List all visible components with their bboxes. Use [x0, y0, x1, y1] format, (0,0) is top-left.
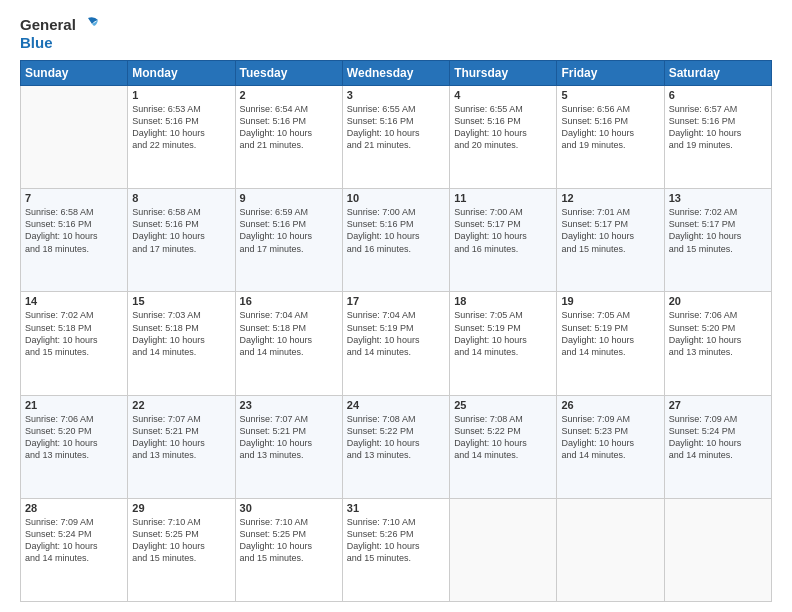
day-info: Sunrise: 7:00 AM Sunset: 5:16 PM Dayligh… — [347, 206, 445, 255]
day-info: Sunrise: 6:53 AM Sunset: 5:16 PM Dayligh… — [132, 103, 230, 152]
day-number: 31 — [347, 502, 445, 514]
day-info: Sunrise: 7:07 AM Sunset: 5:21 PM Dayligh… — [132, 413, 230, 462]
day-info: Sunrise: 7:09 AM Sunset: 5:24 PM Dayligh… — [25, 516, 123, 565]
calendar-cell: 4Sunrise: 6:55 AM Sunset: 5:16 PM Daylig… — [450, 86, 557, 189]
day-info: Sunrise: 7:08 AM Sunset: 5:22 PM Dayligh… — [454, 413, 552, 462]
day-number: 28 — [25, 502, 123, 514]
day-number: 14 — [25, 295, 123, 307]
day-info: Sunrise: 7:05 AM Sunset: 5:19 PM Dayligh… — [561, 309, 659, 358]
day-info: Sunrise: 6:55 AM Sunset: 5:16 PM Dayligh… — [347, 103, 445, 152]
weekday-header-saturday: Saturday — [664, 61, 771, 86]
day-info: Sunrise: 6:55 AM Sunset: 5:16 PM Dayligh… — [454, 103, 552, 152]
day-info: Sunrise: 7:00 AM Sunset: 5:17 PM Dayligh… — [454, 206, 552, 255]
logo-blue: Blue — [20, 34, 53, 52]
day-number: 18 — [454, 295, 552, 307]
calendar-cell: 24Sunrise: 7:08 AM Sunset: 5:22 PM Dayli… — [342, 395, 449, 498]
day-info: Sunrise: 6:57 AM Sunset: 5:16 PM Dayligh… — [669, 103, 767, 152]
day-number: 19 — [561, 295, 659, 307]
day-number: 26 — [561, 399, 659, 411]
day-info: Sunrise: 6:58 AM Sunset: 5:16 PM Dayligh… — [132, 206, 230, 255]
calendar-cell: 20Sunrise: 7:06 AM Sunset: 5:20 PM Dayli… — [664, 292, 771, 395]
calendar-cell — [557, 498, 664, 601]
calendar-week-row: 7Sunrise: 6:58 AM Sunset: 5:16 PM Daylig… — [21, 189, 772, 292]
calendar-week-row: 1Sunrise: 6:53 AM Sunset: 5:16 PM Daylig… — [21, 86, 772, 189]
logo-bird-icon — [78, 16, 100, 34]
day-info: Sunrise: 7:02 AM Sunset: 5:18 PM Dayligh… — [25, 309, 123, 358]
day-number: 21 — [25, 399, 123, 411]
day-number: 20 — [669, 295, 767, 307]
day-number: 7 — [25, 192, 123, 204]
day-info: Sunrise: 7:04 AM Sunset: 5:19 PM Dayligh… — [347, 309, 445, 358]
day-number: 6 — [669, 89, 767, 101]
calendar-cell: 1Sunrise: 6:53 AM Sunset: 5:16 PM Daylig… — [128, 86, 235, 189]
calendar-week-row: 28Sunrise: 7:09 AM Sunset: 5:24 PM Dayli… — [21, 498, 772, 601]
calendar-cell: 11Sunrise: 7:00 AM Sunset: 5:17 PM Dayli… — [450, 189, 557, 292]
day-number: 22 — [132, 399, 230, 411]
calendar-cell: 6Sunrise: 6:57 AM Sunset: 5:16 PM Daylig… — [664, 86, 771, 189]
day-number: 10 — [347, 192, 445, 204]
header: General Blue — [20, 16, 772, 52]
calendar-cell: 14Sunrise: 7:02 AM Sunset: 5:18 PM Dayli… — [21, 292, 128, 395]
day-number: 27 — [669, 399, 767, 411]
day-info: Sunrise: 6:56 AM Sunset: 5:16 PM Dayligh… — [561, 103, 659, 152]
calendar-cell: 31Sunrise: 7:10 AM Sunset: 5:26 PM Dayli… — [342, 498, 449, 601]
calendar-cell: 16Sunrise: 7:04 AM Sunset: 5:18 PM Dayli… — [235, 292, 342, 395]
weekday-header-thursday: Thursday — [450, 61, 557, 86]
weekday-header-wednesday: Wednesday — [342, 61, 449, 86]
calendar-cell: 25Sunrise: 7:08 AM Sunset: 5:22 PM Dayli… — [450, 395, 557, 498]
day-number: 8 — [132, 192, 230, 204]
calendar-cell: 29Sunrise: 7:10 AM Sunset: 5:25 PM Dayli… — [128, 498, 235, 601]
day-info: Sunrise: 7:06 AM Sunset: 5:20 PM Dayligh… — [669, 309, 767, 358]
day-number: 16 — [240, 295, 338, 307]
day-number: 3 — [347, 89, 445, 101]
calendar-cell: 26Sunrise: 7:09 AM Sunset: 5:23 PM Dayli… — [557, 395, 664, 498]
day-info: Sunrise: 7:03 AM Sunset: 5:18 PM Dayligh… — [132, 309, 230, 358]
calendar-cell: 5Sunrise: 6:56 AM Sunset: 5:16 PM Daylig… — [557, 86, 664, 189]
page: General Blue SundayMondayTuesdayWednesda… — [0, 0, 792, 612]
logo: General Blue — [20, 16, 100, 52]
calendar-cell: 18Sunrise: 7:05 AM Sunset: 5:19 PM Dayli… — [450, 292, 557, 395]
day-number: 17 — [347, 295, 445, 307]
day-info: Sunrise: 7:07 AM Sunset: 5:21 PM Dayligh… — [240, 413, 338, 462]
calendar-cell: 12Sunrise: 7:01 AM Sunset: 5:17 PM Dayli… — [557, 189, 664, 292]
day-info: Sunrise: 6:58 AM Sunset: 5:16 PM Dayligh… — [25, 206, 123, 255]
calendar-cell: 22Sunrise: 7:07 AM Sunset: 5:21 PM Dayli… — [128, 395, 235, 498]
day-number: 13 — [669, 192, 767, 204]
day-number: 15 — [132, 295, 230, 307]
calendar-cell: 21Sunrise: 7:06 AM Sunset: 5:20 PM Dayli… — [21, 395, 128, 498]
weekday-header-monday: Monday — [128, 61, 235, 86]
calendar-table: SundayMondayTuesdayWednesdayThursdayFrid… — [20, 60, 772, 602]
calendar-cell: 10Sunrise: 7:00 AM Sunset: 5:16 PM Dayli… — [342, 189, 449, 292]
weekday-header-row: SundayMondayTuesdayWednesdayThursdayFrid… — [21, 61, 772, 86]
day-number: 5 — [561, 89, 659, 101]
day-number: 2 — [240, 89, 338, 101]
calendar-cell: 8Sunrise: 6:58 AM Sunset: 5:16 PM Daylig… — [128, 189, 235, 292]
weekday-header-friday: Friday — [557, 61, 664, 86]
day-info: Sunrise: 7:10 AM Sunset: 5:25 PM Dayligh… — [240, 516, 338, 565]
day-number: 4 — [454, 89, 552, 101]
calendar-cell: 27Sunrise: 7:09 AM Sunset: 5:24 PM Dayli… — [664, 395, 771, 498]
calendar-cell: 30Sunrise: 7:10 AM Sunset: 5:25 PM Dayli… — [235, 498, 342, 601]
calendar-cell: 9Sunrise: 6:59 AM Sunset: 5:16 PM Daylig… — [235, 189, 342, 292]
day-number: 9 — [240, 192, 338, 204]
calendar-cell: 3Sunrise: 6:55 AM Sunset: 5:16 PM Daylig… — [342, 86, 449, 189]
calendar-cell — [664, 498, 771, 601]
day-info: Sunrise: 6:59 AM Sunset: 5:16 PM Dayligh… — [240, 206, 338, 255]
logo-general: General — [20, 16, 76, 34]
day-info: Sunrise: 7:02 AM Sunset: 5:17 PM Dayligh… — [669, 206, 767, 255]
day-number: 29 — [132, 502, 230, 514]
day-number: 24 — [347, 399, 445, 411]
day-number: 30 — [240, 502, 338, 514]
day-info: Sunrise: 7:08 AM Sunset: 5:22 PM Dayligh… — [347, 413, 445, 462]
calendar-cell — [450, 498, 557, 601]
calendar-week-row: 21Sunrise: 7:06 AM Sunset: 5:20 PM Dayli… — [21, 395, 772, 498]
calendar-cell — [21, 86, 128, 189]
calendar-cell: 13Sunrise: 7:02 AM Sunset: 5:17 PM Dayli… — [664, 189, 771, 292]
day-info: Sunrise: 7:10 AM Sunset: 5:26 PM Dayligh… — [347, 516, 445, 565]
day-info: Sunrise: 7:01 AM Sunset: 5:17 PM Dayligh… — [561, 206, 659, 255]
calendar-cell: 28Sunrise: 7:09 AM Sunset: 5:24 PM Dayli… — [21, 498, 128, 601]
day-info: Sunrise: 7:06 AM Sunset: 5:20 PM Dayligh… — [25, 413, 123, 462]
day-number: 12 — [561, 192, 659, 204]
day-info: Sunrise: 7:09 AM Sunset: 5:24 PM Dayligh… — [669, 413, 767, 462]
day-number: 11 — [454, 192, 552, 204]
